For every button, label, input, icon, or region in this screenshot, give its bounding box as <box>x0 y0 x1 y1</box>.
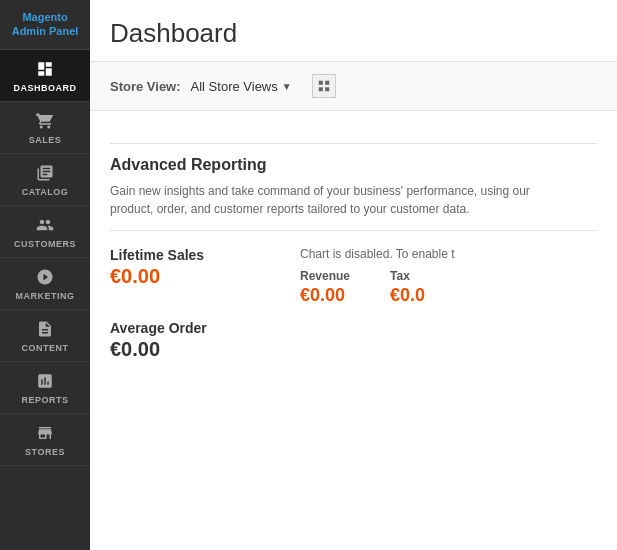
sidebar-item-sales[interactable]: SALES <box>0 102 90 154</box>
sub-metrics: Revenue €0.00 Tax €0.0 <box>300 269 597 306</box>
sales-icon <box>34 110 56 132</box>
advanced-reporting-description: Gain new insights and take command of yo… <box>110 182 530 218</box>
sidebar-item-reports[interactable]: REPORTS <box>0 362 90 414</box>
sidebar-item-content[interactable]: CONTENT <box>0 310 90 362</box>
tax-label: Tax <box>390 269 425 283</box>
sidebar-logo: Magento Admin Panel <box>0 0 90 50</box>
sidebar-label-dashboard: DASHBOARD <box>14 83 77 93</box>
tax-metric: Tax €0.0 <box>390 269 425 306</box>
sidebar-item-customers[interactable]: CUSTOMERS <box>0 206 90 258</box>
revenue-value: €0.00 <box>300 285 350 306</box>
sidebar-item-dashboard[interactable]: DASHBOARD <box>0 50 90 102</box>
revenue-label: Revenue <box>300 269 350 283</box>
store-view-dropdown[interactable]: All Store Views ▼ <box>191 79 292 94</box>
sidebar-label-customers: CUSTOMERS <box>14 239 76 249</box>
average-order-left: Average Order €0.00 <box>110 320 290 361</box>
sidebar-label-reports: REPORTS <box>21 395 68 405</box>
catalog-icon <box>34 162 56 184</box>
store-view-grid-icon[interactable] <box>312 74 336 98</box>
logo-line1: Magento <box>8 10 82 24</box>
advanced-reporting-section: Advanced Reporting Gain new insights and… <box>110 156 597 218</box>
store-view-label: Store View: <box>110 79 181 94</box>
revenue-metric: Revenue €0.00 <box>300 269 350 306</box>
lifetime-sales-left: Lifetime Sales €0.00 <box>110 247 290 288</box>
sidebar-label-stores: STORES <box>25 447 65 457</box>
chart-disabled-notice: Chart is disabled. To enable t <box>300 247 597 261</box>
dashboard-icon <box>34 58 56 80</box>
chevron-down-icon: ▼ <box>282 81 292 92</box>
lifetime-sales-row: Lifetime Sales €0.00 Chart is disabled. … <box>110 247 597 306</box>
reports-icon <box>34 370 56 392</box>
sidebar-label-catalog: CATALOG <box>22 187 69 197</box>
store-view-bar: Store View: All Store Views ▼ <box>90 62 617 111</box>
page-header: Dashboard <box>90 0 617 62</box>
sidebar-label-sales: SALES <box>29 135 62 145</box>
customers-icon <box>34 214 56 236</box>
lifetime-sales-title: Lifetime Sales <box>110 247 290 263</box>
divider-top <box>110 143 597 144</box>
average-order-row: Average Order €0.00 <box>110 320 597 361</box>
sidebar: Magento Admin Panel DASHBOARD SALES CATA… <box>0 0 90 550</box>
store-view-value: All Store Views <box>191 79 278 94</box>
marketing-icon <box>34 266 56 288</box>
main-content: Dashboard Store View: All Store Views ▼ … <box>90 0 617 550</box>
metrics-section: Lifetime Sales €0.00 Chart is disabled. … <box>110 247 597 361</box>
average-order-title: Average Order <box>110 320 290 336</box>
content-icon <box>34 318 56 340</box>
sidebar-item-marketing[interactable]: MARKETING <box>0 258 90 310</box>
sidebar-label-marketing: MARKETING <box>16 291 75 301</box>
stores-icon <box>34 422 56 444</box>
tax-value: €0.0 <box>390 285 425 306</box>
page-title: Dashboard <box>110 18 597 49</box>
advanced-reporting-title: Advanced Reporting <box>110 156 597 174</box>
lifetime-sales-right: Chart is disabled. To enable t Revenue €… <box>290 247 597 306</box>
logo-line2: Admin Panel <box>8 24 82 38</box>
divider-middle <box>110 230 597 231</box>
content-area: Advanced Reporting Gain new insights and… <box>90 111 617 550</box>
sidebar-item-catalog[interactable]: CATALOG <box>0 154 90 206</box>
lifetime-sales-value: €0.00 <box>110 265 290 288</box>
sidebar-label-content: CONTENT <box>22 343 69 353</box>
average-order-value: €0.00 <box>110 338 290 361</box>
sidebar-item-stores[interactable]: STORES <box>0 414 90 466</box>
